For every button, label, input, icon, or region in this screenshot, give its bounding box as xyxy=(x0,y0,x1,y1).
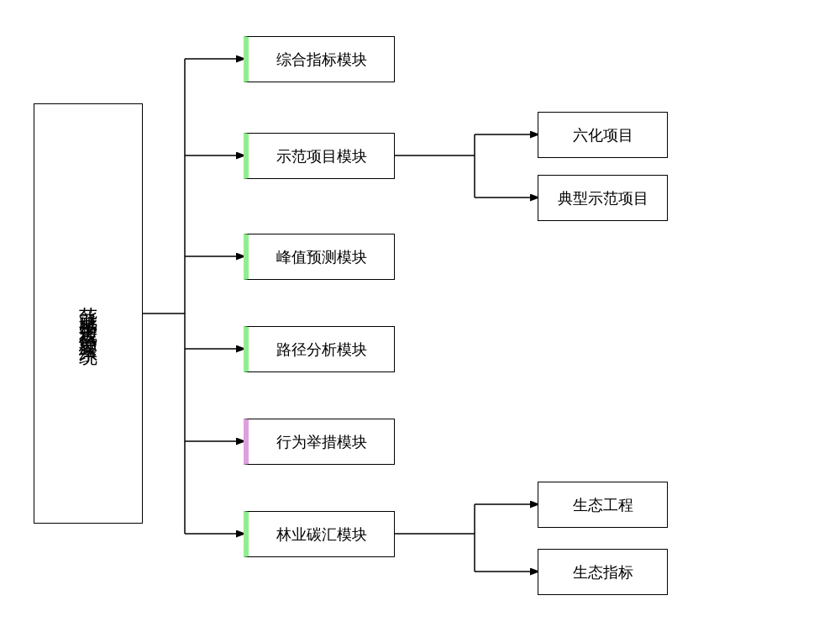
m5-label: 行为举措模块 xyxy=(276,432,367,452)
m5-box: 行为举措模块 xyxy=(244,419,395,465)
m4-box: 路径分析模块 xyxy=(244,326,395,372)
s1-label: 六化项目 xyxy=(573,125,633,145)
m1-label: 综合指标模块 xyxy=(276,50,367,70)
m4-label: 路径分析模块 xyxy=(276,340,367,360)
m3-box: 峰值预测模块 xyxy=(244,234,395,280)
diagram: 节能减排与宏观信息管理系统 综合指标模块 示范项目模块 峰值预测模块 路径分析模… xyxy=(17,11,823,616)
m6-box: 林业碳汇模块 xyxy=(244,511,395,557)
s3-box: 生态工程 xyxy=(538,482,668,528)
m6-label: 林业碳汇模块 xyxy=(276,524,367,545)
root-label: 节能减排与宏观信息管理系统 xyxy=(73,292,102,335)
m1-box: 综合指标模块 xyxy=(244,36,395,82)
root-box: 节能减排与宏观信息管理系统 xyxy=(34,103,143,524)
s4-box: 生态指标 xyxy=(538,549,668,595)
s2-box: 典型示范项目 xyxy=(538,175,668,221)
s2-label: 典型示范项目 xyxy=(558,188,648,208)
s3-label: 生态工程 xyxy=(573,495,633,515)
s1-box: 六化项目 xyxy=(538,112,668,158)
m2-label: 示范项目模块 xyxy=(276,146,367,166)
m2-box: 示范项目模块 xyxy=(244,133,395,179)
s4-label: 生态指标 xyxy=(573,562,633,582)
m3-label: 峰值预测模块 xyxy=(276,247,367,267)
